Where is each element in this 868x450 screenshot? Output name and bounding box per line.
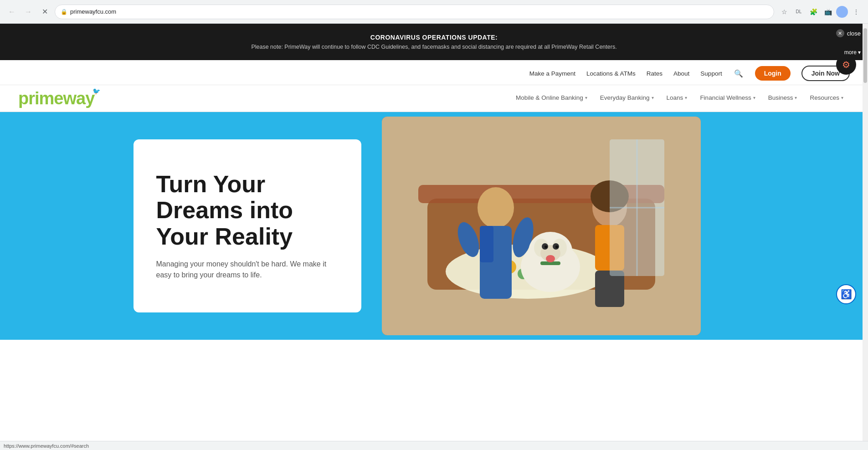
nav-financial-wellness[interactable]: Financial Wellness ▾	[693, 85, 761, 112]
scrollbar-thumb	[863, 28, 867, 83]
accessibility-icon: ♿	[841, 289, 852, 300]
zoom-button[interactable]: DL	[792, 5, 805, 18]
close-label: close	[847, 30, 861, 37]
browser-chrome: ← → ✕ 🔒 primewayfcu.com ☆ DL 🧩 📺 ⋮	[0, 0, 868, 24]
hero-subtext: Managing your money shouldn't be hard. W…	[156, 259, 339, 281]
header-main: primeway 🐦 Mobile & Online Banking ▾ Eve…	[0, 85, 868, 112]
chevron-down-icon: ▾	[753, 95, 755, 100]
main-nav: Mobile & Online Banking ▾ Everyday Banki…	[509, 85, 850, 112]
hero-content-wrapper: Turn Your Dreams into Your Reality Manag…	[115, 112, 753, 340]
nav-business[interactable]: Business ▾	[762, 85, 804, 112]
logo-bird-icon: 🐦	[92, 88, 100, 94]
address-bar[interactable]: 🔒 primewayfcu.com	[55, 5, 774, 19]
svg-point-27	[546, 255, 555, 262]
header-top: Make a Payment Locations & ATMs Rates Ab…	[0, 60, 868, 85]
site-header: Make a Payment Locations & ATMs Rates Ab…	[0, 60, 868, 112]
login-button[interactable]: Login	[755, 66, 791, 81]
search-button[interactable]: 🔍	[733, 68, 744, 79]
top-nav-rates[interactable]: Rates	[647, 70, 663, 77]
nav-mobile-banking[interactable]: Mobile & Online Banking ▾	[509, 85, 594, 112]
browser-actions: ☆ DL 🧩 📺 ⋮	[778, 5, 863, 18]
top-nav-about[interactable]: About	[673, 70, 689, 77]
lock-icon: 🔒	[61, 9, 67, 15]
close-circle-icon: ✕	[836, 29, 844, 37]
forward-button[interactable]: →	[22, 5, 35, 18]
chevron-down-icon: ▾	[858, 49, 861, 56]
nav-resources[interactable]: Resources ▾	[803, 85, 850, 112]
nav-everyday-banking[interactable]: Everyday Banking ▾	[594, 85, 660, 112]
svg-rect-10	[480, 226, 493, 262]
reload-button[interactable]: ✕	[38, 5, 51, 18]
nav-loans[interactable]: Loans ▾	[660, 85, 694, 112]
back-button[interactable]: ←	[5, 5, 18, 18]
hero-photo	[382, 117, 701, 335]
chevron-down-icon: ▾	[585, 95, 587, 100]
top-nav: Make a Payment Locations & ATMs Rates Ab…	[529, 70, 722, 77]
hero-illustration	[382, 117, 701, 335]
menu-button[interactable]: ⋮	[850, 5, 863, 18]
profile-avatar[interactable]	[836, 6, 848, 18]
top-nav-locations[interactable]: Locations & ATMs	[586, 70, 636, 77]
hero-headline: Turn Your Dreams into Your Reality	[156, 171, 339, 250]
announcement-close-button[interactable]: ✕ close	[836, 29, 861, 37]
hero-text-card: Turn Your Dreams into Your Reality Manag…	[134, 139, 361, 312]
hero-section: Turn Your Dreams into Your Reality Manag…	[0, 112, 868, 340]
logo-text: primeway 🐦	[18, 90, 94, 107]
chevron-down-icon: ▾	[841, 95, 843, 100]
url-text: primewayfcu.com	[70, 8, 116, 15]
hero-image-area	[348, 117, 735, 335]
hubspot-button[interactable]: ⚙	[836, 55, 856, 75]
scrollbar[interactable]	[863, 24, 868, 340]
chevron-down-icon: ▾	[652, 95, 654, 100]
top-nav-support[interactable]: Support	[700, 70, 722, 77]
svg-point-25	[555, 245, 558, 248]
chevron-down-icon: ▾	[685, 95, 687, 100]
logo-area[interactable]: primeway 🐦	[18, 85, 94, 112]
svg-point-24	[544, 245, 547, 248]
svg-point-8	[478, 187, 514, 228]
cast-button[interactable]: 📺	[822, 5, 834, 18]
search-icon: 🔍	[734, 70, 743, 77]
top-nav-payment[interactable]: Make a Payment	[529, 70, 575, 77]
hero-image-inner	[382, 117, 701, 335]
hubspot-icon: ⚙	[842, 59, 850, 70]
bookmark-star-button[interactable]: ☆	[778, 5, 791, 18]
accessibility-button[interactable]: ♿	[836, 284, 856, 304]
announcement-bar: CORONAVIRUS OPERATIONS UPDATE: Please no…	[0, 24, 868, 60]
announcement-text: Please note: PrimeWay will continue to f…	[251, 44, 616, 50]
announcement-title: CORONAVIRUS OPERATIONS UPDATE:	[370, 34, 498, 41]
chevron-down-icon: ▾	[795, 95, 797, 100]
extensions-button[interactable]: 🧩	[807, 5, 820, 18]
